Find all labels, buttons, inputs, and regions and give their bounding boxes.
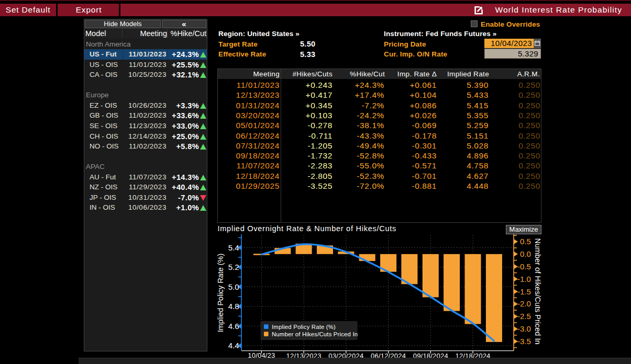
- svg-text:-1.5: -1.5: [517, 287, 531, 296]
- svg-text:-3.5: -3.5: [517, 337, 531, 346]
- svg-text:Implied Policy Rate (%): Implied Policy Rate (%): [216, 254, 225, 333]
- svg-text:Number of Hikes/Cuts Priced In: Number of Hikes/Cuts Priced In: [272, 331, 358, 337]
- svg-text:Implied Policy Rate (%): Implied Policy Rate (%): [272, 324, 336, 330]
- svg-text:0.5: 0.5: [520, 237, 531, 246]
- svg-text:4.8: 4.8: [228, 302, 239, 311]
- svg-text:5.4: 5.4: [228, 243, 239, 252]
- svg-text:5.0: 5.0: [228, 282, 239, 291]
- svg-text:-2.0: -2.0: [517, 299, 531, 308]
- svg-text:-2.5: -2.5: [517, 312, 531, 321]
- svg-text:-3.0: -3.0: [517, 324, 531, 333]
- svg-text:4.6: 4.6: [228, 322, 239, 331]
- svg-text:Number of Hikes/Cuts Priced In: Number of Hikes/Cuts Priced In: [534, 238, 542, 344]
- svg-text:-1.0: -1.0: [517, 275, 531, 283]
- svg-text:-0.5: -0.5: [517, 262, 531, 271]
- svg-text:0.0: 0.0: [520, 249, 531, 258]
- svg-text:5.2: 5.2: [228, 263, 239, 271]
- svg-text:4.4: 4.4: [228, 341, 239, 350]
